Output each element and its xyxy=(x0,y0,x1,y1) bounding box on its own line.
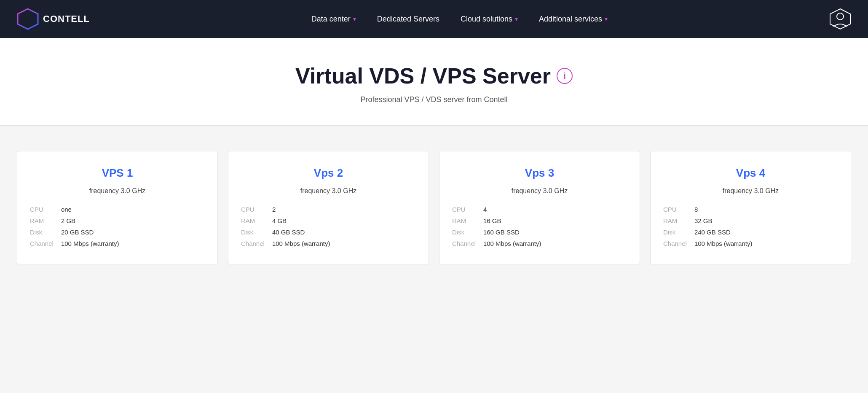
disk-label-4: Disk xyxy=(663,229,687,236)
disk-value-1: 20 GB SSD xyxy=(61,229,205,236)
ram-label-2: RAM xyxy=(241,217,265,224)
ram-label-4: RAM xyxy=(663,217,687,224)
card-specs-2: CPU 2 RAM 4 GB Disk 40 GB SSD Channel 10… xyxy=(241,206,416,247)
ram-value-4: 32 GB xyxy=(694,217,838,224)
cpu-label-3: CPU xyxy=(452,206,476,213)
ram-label-1: RAM xyxy=(30,217,54,224)
nav-item-dedicated-servers[interactable]: Dedicated Servers xyxy=(377,15,439,24)
ram-value-1: 2 GB xyxy=(61,217,205,224)
disk-label-3: Disk xyxy=(452,229,476,236)
disk-label-1: Disk xyxy=(30,229,54,236)
chevron-down-icon: ▾ xyxy=(605,16,608,22)
channel-label-1: Channel xyxy=(30,240,54,247)
disk-value-2: 40 GB SSD xyxy=(272,229,416,236)
channel-value-2: 100 Mbps (warranty) xyxy=(272,240,416,247)
main-nav: Data center ▾ Dedicated Servers Cloud so… xyxy=(311,15,608,24)
cpu-value-4: 8 xyxy=(694,206,838,213)
channel-value-3: 100 Mbps (warranty) xyxy=(483,240,627,247)
cpu-label-4: CPU xyxy=(663,206,687,213)
page-title: Virtual VDS / VPS Server i xyxy=(8,63,860,89)
card-title-2: Vps 2 xyxy=(241,167,416,180)
ram-value-2: 4 GB xyxy=(272,217,416,224)
card-frequency-1: frequency 3.0 GHz xyxy=(30,187,205,195)
nav-item-additional-services[interactable]: Additional services ▾ xyxy=(539,15,608,24)
card-frequency-4: frequency 3.0 GHz xyxy=(663,187,838,195)
svg-point-2 xyxy=(837,13,844,20)
ram-value-3: 16 GB xyxy=(483,217,627,224)
card-specs-4: CPU 8 RAM 32 GB Disk 240 GB SSD Channel … xyxy=(663,206,838,247)
vps-card-3: Vps 3 frequency 3.0 GHz CPU 4 RAM 16 GB … xyxy=(439,151,640,264)
svg-marker-1 xyxy=(830,9,850,29)
ram-label-3: RAM xyxy=(452,217,476,224)
channel-label-2: Channel xyxy=(241,240,265,247)
channel-value-4: 100 Mbps (warranty) xyxy=(694,240,838,247)
vps-card-4: Vps 4 frequency 3.0 GHz CPU 8 RAM 32 GB … xyxy=(650,151,851,264)
cpu-label-1: CPU xyxy=(30,206,54,213)
logo-text: CONTELL xyxy=(43,13,90,24)
disk-value-4: 240 GB SSD xyxy=(694,229,838,236)
vps-card-2: Vps 2 frequency 3.0 GHz CPU 2 RAM 4 GB D… xyxy=(228,151,429,264)
header: CONTELL Data center ▾ Dedicated Servers … xyxy=(0,0,868,38)
hero-section: Virtual VDS / VPS Server i Professional … xyxy=(0,38,868,126)
card-title-3: Vps 3 xyxy=(452,167,627,180)
logo[interactable]: CONTELL xyxy=(17,8,90,30)
cpu-label-2: CPU xyxy=(241,206,265,213)
chevron-down-icon: ▾ xyxy=(515,16,518,22)
card-title-4: Vps 4 xyxy=(663,167,838,180)
channel-label-3: Channel xyxy=(452,240,476,247)
channel-value-1: 100 Mbps (warranty) xyxy=(61,240,205,247)
card-specs-3: CPU 4 RAM 16 GB Disk 160 GB SSD Channel … xyxy=(452,206,627,247)
hero-subtitle: Professional VPS / VDS server from Conte… xyxy=(8,95,860,104)
card-title-1: VPS 1 xyxy=(30,167,205,180)
user-icon[interactable] xyxy=(829,8,851,30)
channel-label-4: Channel xyxy=(663,240,687,247)
nav-item-cloud-solutions[interactable]: Cloud solutions ▾ xyxy=(461,15,518,24)
cards-section: VPS 1 frequency 3.0 GHz CPU one RAM 2 GB… xyxy=(0,126,868,290)
card-frequency-3: frequency 3.0 GHz xyxy=(452,187,627,195)
svg-marker-0 xyxy=(18,9,38,29)
vps-card-1: VPS 1 frequency 3.0 GHz CPU one RAM 2 GB… xyxy=(17,151,218,264)
cpu-value-3: 4 xyxy=(483,206,627,213)
disk-label-2: Disk xyxy=(241,229,265,236)
chevron-down-icon: ▾ xyxy=(353,16,356,22)
card-specs-1: CPU one RAM 2 GB Disk 20 GB SSD Channel … xyxy=(30,206,205,247)
info-icon[interactable]: i xyxy=(557,68,573,84)
nav-item-datacenter[interactable]: Data center ▾ xyxy=(311,15,356,24)
disk-value-3: 160 GB SSD xyxy=(483,229,627,236)
cpu-value-2: 2 xyxy=(272,206,416,213)
cards-grid: VPS 1 frequency 3.0 GHz CPU one RAM 2 GB… xyxy=(17,151,851,264)
card-frequency-2: frequency 3.0 GHz xyxy=(241,187,416,195)
cpu-value-1: one xyxy=(61,206,205,213)
